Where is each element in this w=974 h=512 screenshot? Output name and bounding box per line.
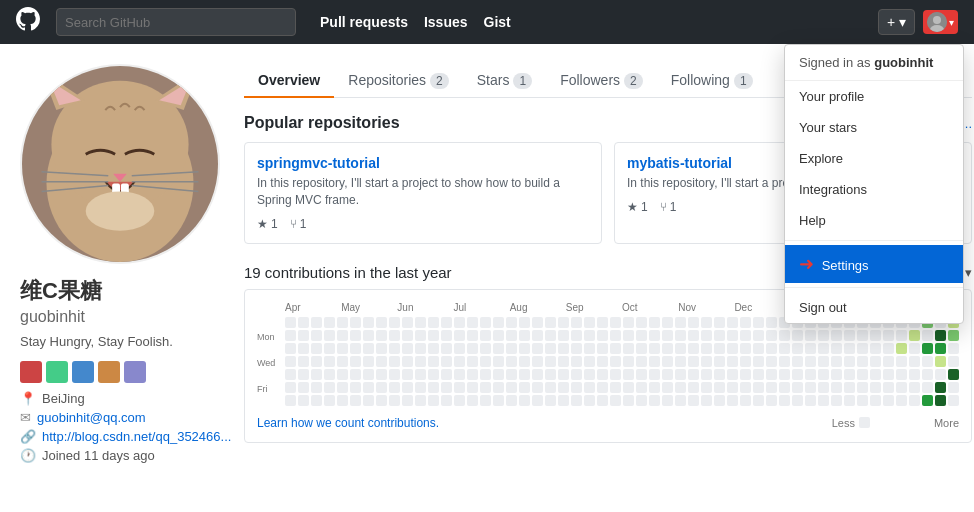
- dropdown-explore[interactable]: Explore: [785, 143, 963, 174]
- dropdown-help[interactable]: Help: [785, 205, 963, 236]
- week-col-49: [922, 317, 933, 408]
- repo-name-0[interactable]: springmvc-tutorial: [257, 155, 589, 171]
- repo-stars-1: ★ 1: [627, 200, 648, 214]
- day-cell-36-0: [753, 317, 764, 328]
- day-label-empty3: [257, 397, 281, 408]
- day-label-mon: [257, 319, 281, 330]
- tab-repositories[interactable]: Repositories2: [334, 64, 463, 98]
- day-cell-17-1: [506, 330, 517, 341]
- day-cell-19-3: [532, 356, 543, 367]
- day-cell-45-2: [870, 343, 881, 354]
- day-cell-49-6: [922, 395, 933, 406]
- graph-footer: Learn how we count contributions. Less M…: [257, 416, 959, 430]
- day-cell-35-2: [740, 343, 751, 354]
- day-label-empty2: [257, 371, 281, 382]
- day-cell-41-4: [818, 369, 829, 380]
- week-col-48: [909, 317, 920, 408]
- gist-link[interactable]: Gist: [484, 14, 511, 30]
- day-cell-9-5: [402, 382, 413, 393]
- day-cell-19-2: [532, 343, 543, 354]
- day-cell-10-4: [415, 369, 426, 380]
- week-col-36: [753, 317, 764, 408]
- day-cell-35-4: [740, 369, 751, 380]
- day-cell-31-3: [688, 356, 699, 367]
- user-meta: 📍 BeiJing ✉ guobinhit@qq.com 🔗 http://bl…: [20, 391, 220, 463]
- day-cell-2-6: [311, 395, 322, 406]
- dropdown-settings[interactable]: ➜ Settings: [785, 245, 963, 283]
- day-cell-11-0: [428, 317, 439, 328]
- website-link[interactable]: http://blog.csdn.net/qq_352466...: [42, 429, 231, 444]
- dropdown-your-stars[interactable]: Your stars: [785, 112, 963, 143]
- day-cell-30-1: [675, 330, 686, 341]
- search-input[interactable]: [56, 8, 296, 36]
- day-cell-37-0: [766, 317, 777, 328]
- day-cell-34-2: [727, 343, 738, 354]
- day-cell-21-5: [558, 382, 569, 393]
- month-sep: Sep: [566, 302, 622, 313]
- week-col-43: [844, 317, 855, 408]
- dropdown-sign-out[interactable]: Sign out: [785, 292, 963, 323]
- legend-cell-2: [889, 417, 900, 428]
- day-cell-12-2: [441, 343, 452, 354]
- day-cell-31-5: [688, 382, 699, 393]
- day-cell-27-2: [636, 343, 647, 354]
- day-cell-46-1: [883, 330, 894, 341]
- email-link[interactable]: guobinhit@qq.com: [37, 410, 146, 425]
- day-cell-29-2: [662, 343, 673, 354]
- pull-requests-link[interactable]: Pull requests: [320, 14, 408, 30]
- day-cell-2-2: [311, 343, 322, 354]
- popular-repos-title: Popular repositories: [244, 114, 400, 132]
- learn-contributions-link[interactable]: Learn how we count contributions.: [257, 416, 439, 430]
- day-cell-42-1: [831, 330, 842, 341]
- issues-link[interactable]: Issues: [424, 14, 468, 30]
- month-aug: Aug: [510, 302, 566, 313]
- settings-arrow-icon: ➜: [799, 253, 814, 275]
- repo-forks-0: ⑂ 1: [290, 217, 307, 231]
- tab-following[interactable]: Following1: [657, 64, 767, 98]
- week-col-14: [467, 317, 478, 408]
- legend-less-text: Less: [832, 417, 855, 429]
- day-cell-36-3: [753, 356, 764, 367]
- location-text: BeiJing: [42, 391, 85, 406]
- day-cell-32-0: [701, 317, 712, 328]
- week-col-24: [597, 317, 608, 408]
- day-cell-51-3: [948, 356, 959, 367]
- day-cell-33-5: [714, 382, 725, 393]
- day-cell-36-1: [753, 330, 764, 341]
- tab-stars[interactable]: Stars1: [463, 64, 546, 98]
- contributions-legend: Less More: [832, 417, 959, 429]
- tab-overview[interactable]: Overview: [244, 64, 334, 98]
- day-cell-45-5: [870, 382, 881, 393]
- day-cell-49-2: [922, 343, 933, 354]
- day-cell-24-6: [597, 395, 608, 406]
- week-col-50: [935, 317, 946, 408]
- week-col-31: [688, 317, 699, 408]
- day-cell-26-5: [623, 382, 634, 393]
- dropdown-your-profile[interactable]: Your profile: [785, 81, 963, 112]
- day-cell-4-2: [337, 343, 348, 354]
- day-cell-40-5: [805, 382, 816, 393]
- avatar-button[interactable]: ▾: [923, 10, 958, 34]
- day-cell-41-1: [818, 330, 829, 341]
- github-logo[interactable]: [16, 7, 40, 37]
- day-cell-21-0: [558, 317, 569, 328]
- new-button[interactable]: + ▾: [878, 9, 915, 35]
- day-cell-34-0: [727, 317, 738, 328]
- day-cell-19-4: [532, 369, 543, 380]
- day-cell-29-4: [662, 369, 673, 380]
- tab-followers[interactable]: Followers2: [546, 64, 657, 98]
- dropdown-integrations[interactable]: Integrations: [785, 174, 963, 205]
- email-item: ✉ guobinhit@qq.com: [20, 410, 220, 425]
- day-cell-33-6: [714, 395, 725, 406]
- day-cell-49-3: [922, 356, 933, 367]
- day-cell-42-6: [831, 395, 842, 406]
- day-cell-15-6: [480, 395, 491, 406]
- day-cell-28-3: [649, 356, 660, 367]
- day-cell-49-4: [922, 369, 933, 380]
- month-nov: Nov: [678, 302, 734, 313]
- day-cell-7-3: [376, 356, 387, 367]
- day-cell-48-6: [909, 395, 920, 406]
- day-cell-43-4: [844, 369, 855, 380]
- day-cell-40-2: [805, 343, 816, 354]
- day-cell-21-6: [558, 395, 569, 406]
